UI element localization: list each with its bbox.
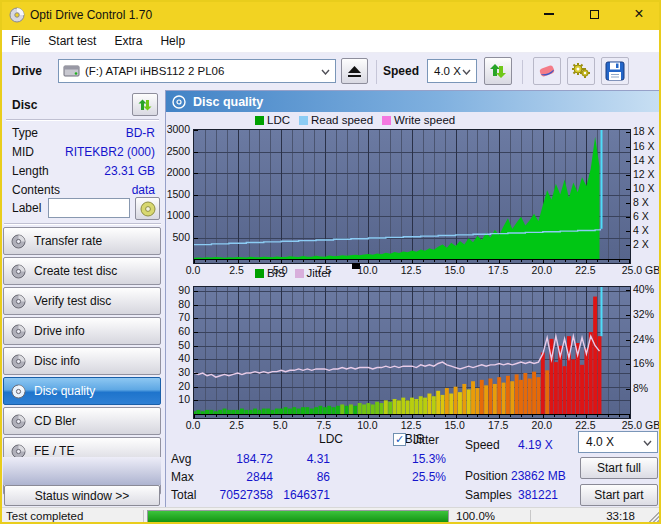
sidebar-item-label: Disc info [34,354,80,368]
label-input[interactable] [48,198,130,218]
panel-header: Disc quality [166,91,660,112]
cd-icon [11,354,26,369]
save-button[interactable] [601,57,629,85]
refresh-icon [137,97,153,113]
avg-jitter: 15.3% [366,452,446,466]
eject-button[interactable] [341,58,368,84]
sidebar-item-transfer-rate[interactable]: Transfer rate [3,227,161,255]
axis-tick-label: 25.0 GB [613,264,661,276]
menu-item-start-test[interactable]: Start test [39,31,105,51]
progress-bar [147,510,449,523]
axis-tick-label: 70 [166,311,190,323]
chevron-down-icon [462,65,471,77]
drive-select[interactable]: (F:) ATAPI iHBS112 2 PL06 [58,59,336,83]
disc-field-value-length: 23.31 GB [42,164,155,178]
minimize-button[interactable] [533,0,565,28]
ldc-chart-canvas [193,129,631,264]
axis-tick-label: 12.5 [389,264,433,276]
total-bis: 1646371 [278,488,330,502]
axis-tick-label: 32% [633,308,654,320]
sidebar-item-disc-quality[interactable]: Disc quality [3,377,161,405]
axis-tick-label: 40% [633,283,654,295]
sidebar-item-cd-bler[interactable]: CD Bler [3,407,161,435]
legend-swatch [255,116,264,125]
legend-item: LDC [255,114,290,126]
maximize-icon [590,10,599,19]
settings-button[interactable] [567,57,595,85]
sidebar-item-label: Disc quality [34,384,95,398]
close-icon: × [634,5,643,23]
axis-tick-label: 16% [633,357,654,369]
menu-item-file[interactable]: File [2,31,39,51]
save-icon [605,61,625,81]
stat-row-label: Avg [171,452,191,466]
axis-tick-label: 60 [166,325,190,337]
disc-field-value-mid: RITEKBR2 (000) [42,145,155,159]
speed-label: Speed [383,64,419,78]
progress-percent: 100.0% [456,510,495,522]
refresh-button[interactable] [484,57,512,85]
position-stat-value: 23862 MB [511,469,566,483]
gears-icon [570,62,592,80]
legend-label: Read speed [311,114,373,126]
maximize-button[interactable] [578,0,610,28]
axis-tick-label: 17.5 [476,264,520,276]
resize-grip [649,512,659,522]
axis-tick-label: 3000 [166,123,190,135]
cd-icon [11,384,26,399]
max-jitter: 25.5% [366,470,446,484]
menu-item-help[interactable]: Help [151,31,194,51]
cd-icon [11,264,26,279]
close-button[interactable]: × [623,0,655,28]
disc-refresh-button[interactable] [132,93,158,116]
axis-tick-label: 40 [166,352,190,364]
sidebar-item-verify-test-disc[interactable]: Verify test disc [3,287,161,315]
menu-item-extra[interactable]: Extra [105,31,151,51]
jitter-checkbox[interactable]: ✓ [393,433,406,446]
panel-title: Disc quality [193,95,263,109]
cd-icon [11,414,26,429]
axis-tick-label: 17.5 [476,419,520,431]
max-bis: 86 [278,470,330,484]
sidebar-item-label: FE / TE [34,444,74,458]
axis-tick-label: 16 X [633,140,655,152]
axis-tick-label: 90 [166,284,190,296]
legend-item: Write speed [382,114,455,126]
status-window-button[interactable]: Status window >> [4,485,160,506]
disc-label-button[interactable] [135,197,160,220]
sidebar-item-create-test-disc[interactable]: Create test disc [3,257,161,285]
sidebar-item-label: Drive info [34,324,85,338]
test-speed-select[interactable]: 4.0 X [578,431,658,453]
statusbar-separator [530,510,531,523]
speed-select[interactable]: 4.0 X [427,59,477,83]
axis-tick-label: 6 X [633,210,649,222]
erase-disc-button[interactable] [533,57,561,85]
sidebar-item-drive-info[interactable]: Drive info [3,317,161,345]
axis-tick-label: 25.0 GB [613,419,661,431]
start-part-button[interactable]: Start part [580,484,658,506]
legend-label: LDC [267,114,290,126]
sidebar-filler [3,457,161,485]
axis-tick-label: 2000 [166,166,190,178]
eject-icon [348,66,361,77]
axis-tick-label: 2500 [166,145,190,157]
axis-tick-label: 20 [166,380,190,392]
start-full-button[interactable]: Start full [580,457,658,479]
drive-label: Drive [12,64,42,78]
check-icon: ✓ [395,433,404,446]
status-text: Test completed [6,510,83,522]
axis-tick-label: 10.0 [345,419,389,431]
axis-tick-label: 10 X [633,182,655,194]
sidebar-item-disc-info[interactable]: Disc info [3,347,161,375]
samples-stat-value: 381221 [518,488,558,502]
position-stat-label: Position [465,469,508,483]
window-title: Opti Drive Control 1.70 [30,8,152,22]
chevron-down-icon [321,65,330,77]
drive-select-value: (F:) ATAPI iHBS112 2 PL06 [85,65,224,77]
divider [4,223,161,225]
label-field-label: Label [12,201,41,215]
axis-tick-label: 8 X [633,196,649,208]
legend-swatch [382,116,391,125]
elapsed-time: 33:18 [575,510,635,522]
legend-swatch [299,116,308,125]
